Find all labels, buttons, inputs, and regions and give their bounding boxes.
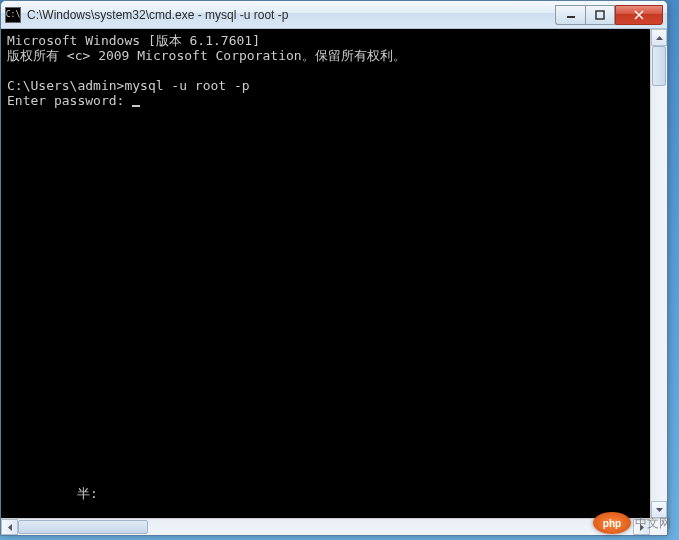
close-button[interactable] (615, 5, 663, 25)
maximize-icon (595, 10, 605, 20)
vscroll-track[interactable] (651, 46, 667, 501)
scroll-corner (650, 519, 667, 535)
terminal-line: 版权所有 <c> 2009 Microsoft Corporation。保留所有… (7, 48, 406, 63)
terminal-line: Microsoft Windows [版本 6.1.7601] (7, 33, 260, 48)
ime-status: 半: (77, 486, 98, 501)
scroll-up-button[interactable] (651, 29, 667, 46)
minimize-button[interactable] (555, 5, 585, 25)
cmd-icon: C:\ (5, 7, 21, 23)
chevron-left-icon (8, 524, 12, 531)
titlebar[interactable]: C:\ C:\Windows\system32\cmd.exe - mysql … (1, 1, 667, 29)
window-controls (555, 5, 663, 25)
chevron-up-icon (656, 36, 663, 40)
terminal-line: Enter password: (7, 93, 132, 108)
svg-marker-6 (8, 524, 12, 531)
svg-marker-5 (656, 508, 663, 512)
window-title: C:\Windows\system32\cmd.exe - mysql -u r… (27, 8, 555, 22)
chevron-down-icon (656, 508, 663, 512)
terminal-line: C:\Users\admin>mysql -u root -p (7, 78, 250, 93)
close-icon (634, 10, 644, 20)
horizontal-scrollbar[interactable] (1, 518, 667, 535)
hscroll-thumb[interactable] (18, 520, 148, 534)
scroll-down-button[interactable] (651, 501, 667, 518)
minimize-icon (566, 10, 576, 20)
hscroll-track[interactable] (18, 519, 633, 535)
vscroll-thumb[interactable] (652, 46, 666, 86)
svg-marker-4 (656, 36, 663, 40)
chevron-right-icon (640, 524, 644, 531)
cmd-window: C:\ C:\Windows\system32\cmd.exe - mysql … (0, 0, 668, 536)
svg-marker-7 (640, 524, 644, 531)
vertical-scrollbar[interactable] (650, 29, 667, 518)
scroll-right-button[interactable] (633, 519, 650, 535)
terminal-output[interactable]: Microsoft Windows [版本 6.1.7601] 版权所有 <c>… (1, 29, 650, 518)
maximize-button[interactable] (585, 5, 615, 25)
svg-rect-1 (596, 11, 604, 19)
cursor (132, 105, 140, 107)
client-area: Microsoft Windows [版本 6.1.7601] 版权所有 <c>… (1, 29, 667, 518)
scroll-left-button[interactable] (1, 519, 18, 535)
